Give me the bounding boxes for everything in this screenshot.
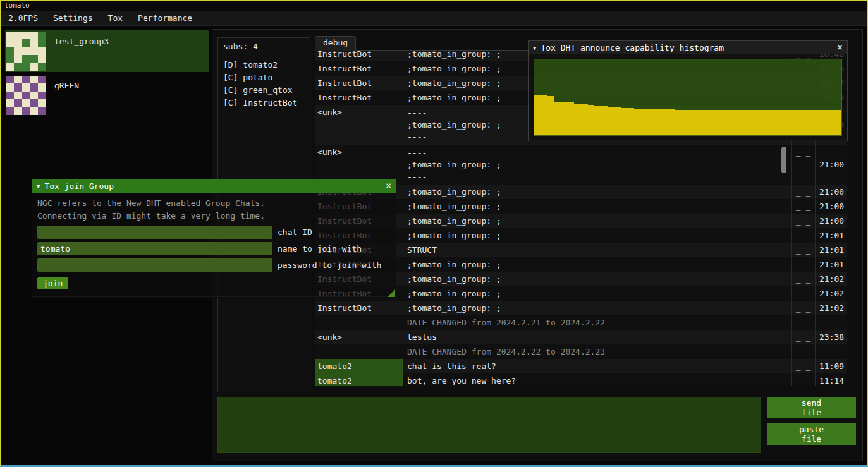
chat-time-cell: 11:09	[816, 359, 847, 373]
avatar-pixel	[6, 107, 14, 115]
chat-message-text: testus	[403, 330, 792, 344]
histogram-bar	[802, 110, 809, 135]
avatar-pixel	[6, 92, 14, 99]
avatar-pixel	[22, 83, 30, 91]
histogram-bar	[681, 110, 688, 135]
chat-time-cell: 21:01	[816, 257, 847, 272]
chat-name-cell	[315, 315, 403, 330]
chat-message-line: ;tomato_in_group: ;	[407, 200, 787, 212]
group-list-item[interactable]: test_group3	[5, 30, 209, 72]
resize-grip[interactable]	[388, 289, 395, 297]
join-input-password-to-join-with[interactable]	[37, 258, 272, 272]
chat-message-line: chat is this real?	[407, 360, 787, 372]
avatar-pixel	[14, 107, 21, 115]
chat-message-text: STRUCT	[403, 243, 792, 257]
menu-item-tox[interactable]: Tox	[101, 11, 130, 26]
histogram-bar	[788, 110, 795, 135]
group-list: test_group3gREEN	[5, 30, 209, 119]
dht-histogram-chart	[534, 59, 842, 136]
avatar-pixel	[22, 63, 30, 71]
chat-time-cell: 21:00	[816, 199, 847, 214]
join-button[interactable]: join	[37, 277, 68, 289]
menu-item-performance[interactable]: Performance	[130, 11, 200, 26]
histogram-bar	[774, 110, 781, 135]
histogram-bar	[641, 109, 648, 135]
chat-message-text: ;tomato_in_group: ;	[403, 214, 792, 228]
chat-message-text: ;tomato_in_group: ;	[403, 257, 792, 272]
join-input-chat-id[interactable]	[37, 226, 272, 239]
menu-item-settings[interactable]: Settings	[46, 11, 101, 26]
join-input-row-name-to-join-with: name to join with	[37, 242, 391, 255]
tab-debug[interactable]: debug	[315, 36, 356, 51]
close-icon[interactable]: ×	[837, 43, 843, 52]
close-icon[interactable]: ×	[386, 181, 391, 191]
chat-message-line: ;tomato_in_group: ;	[407, 186, 787, 198]
avatar-pixel	[38, 63, 46, 71]
chat-flags-cell: _ _	[792, 301, 816, 315]
chat-message-row: tomato2chat is this real?_ _11:09	[315, 359, 847, 373]
avatar-pixel	[22, 76, 30, 83]
histogram-bar	[721, 110, 728, 135]
chat-message-line: ;tomato_in_group: ;	[407, 159, 787, 171]
avatar-pixel	[38, 55, 46, 63]
chat-message-line: STRUCT	[407, 244, 787, 256]
paste-file-button[interactable]: paste file	[767, 423, 856, 445]
message-input[interactable]	[217, 397, 761, 453]
avatar-pixel	[22, 92, 30, 99]
collapse-arrow-icon[interactable]: ▼	[533, 45, 536, 51]
avatar-pixel	[6, 32, 14, 39]
dht-histogram-titlebar[interactable]: ▼ Tox DHT announce capability histogram …	[529, 41, 847, 54]
chat-name-cell	[315, 344, 403, 359]
histogram-bar	[675, 110, 682, 135]
group-list-item[interactable]: gREEN	[5, 75, 209, 116]
subs-list-item[interactable]: [C] potato	[223, 71, 305, 84]
chat-message-line: ----	[407, 171, 787, 183]
avatar-pixel	[30, 47, 37, 55]
avatar-pixel	[14, 47, 21, 55]
chat-flags-cell: _ _	[792, 228, 816, 243]
send-file-button[interactable]: send file	[767, 397, 856, 418]
chat-time-cell: 21:01	[816, 243, 847, 257]
subs-list-item[interactable]: [C] InstructBot	[223, 97, 305, 109]
histogram-bar	[588, 105, 595, 135]
histogram-bar	[574, 104, 581, 135]
menu-bar: 2.0FPSSettingsToxPerformance	[1, 11, 867, 26]
chat-message-line: ;tomato_in_group: ;	[407, 288, 787, 300]
histogram-bar	[568, 102, 575, 135]
avatar-pixel	[38, 47, 46, 55]
chat-message-text: ----;tomato_in_group: ;----	[403, 145, 792, 185]
chat-scrollbar[interactable]	[781, 147, 786, 173]
avatar-pixel	[6, 39, 14, 47]
histogram-bar	[828, 110, 835, 135]
avatar-pixel	[22, 39, 30, 47]
join-group-body: NGC refers to the New DHT enabled Group …	[32, 193, 396, 298]
chat-message-line: ;tomato_in_group: ;	[407, 258, 787, 270]
join-group-titlebar[interactable]: ▼ Tox join Group ×	[32, 179, 396, 193]
histogram-bar	[594, 106, 601, 135]
histogram-bar	[688, 110, 695, 135]
chat-flags-cell	[792, 344, 816, 359]
histogram-bar	[561, 102, 568, 135]
avatar-pixel	[6, 76, 14, 83]
avatar-pixel	[14, 63, 21, 71]
avatar-pixel	[38, 92, 46, 99]
chat-time-cell	[816, 351, 847, 353]
avatar-pixel	[30, 55, 37, 63]
chat-message-text: ;tomato_in_group: ;	[403, 199, 792, 214]
subs-list-item[interactable]: [D] tomato2	[223, 59, 305, 71]
join-input-label-password-to-join-with: password to join with	[278, 260, 381, 270]
join-group-window: ▼ Tox join Group × NGC refers to the New…	[32, 179, 396, 297]
subs-list-item[interactable]: [C] green_qtox	[223, 84, 305, 97]
chat-message-text: bot, are you new here?	[403, 373, 792, 386]
histogram-bar	[834, 110, 841, 135]
avatar-pixel	[38, 83, 46, 91]
join-input-name-to-join-with[interactable]	[37, 242, 272, 255]
chat-sender-name: tomato2	[315, 359, 403, 373]
collapse-arrow-icon[interactable]: ▼	[37, 183, 40, 190]
chat-message-line: bot, are you new here?	[407, 375, 787, 386]
chat-time-cell: 21:00	[816, 214, 847, 228]
avatar-pixel	[22, 55, 30, 63]
histogram-bar	[821, 110, 828, 135]
avatar-pixel	[30, 39, 37, 47]
join-input-row-password-to-join-with: password to join with	[37, 258, 391, 272]
